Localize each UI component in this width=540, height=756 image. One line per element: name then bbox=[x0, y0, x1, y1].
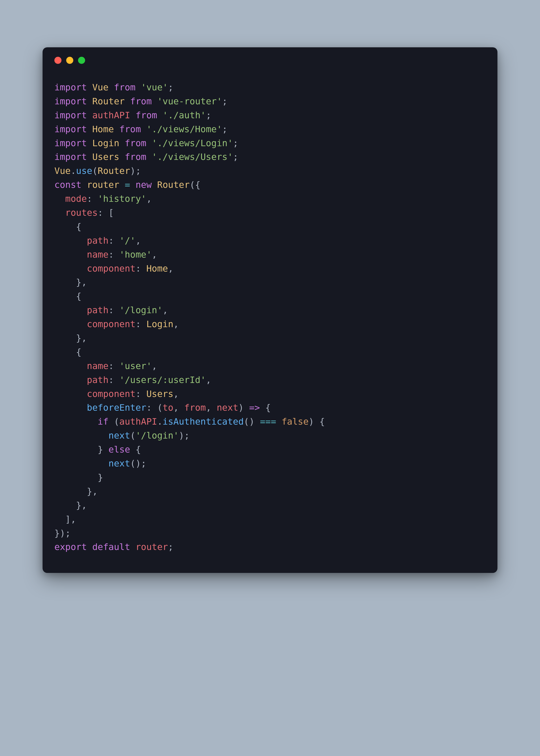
token-keyword: else bbox=[108, 444, 135, 455]
code-line: }, bbox=[55, 485, 485, 499]
code-line: { bbox=[55, 345, 485, 359]
minimize-icon[interactable] bbox=[66, 57, 73, 64]
token-property: mode bbox=[65, 194, 87, 204]
token-keyword: new bbox=[135, 180, 157, 190]
token-keyword: import bbox=[55, 138, 92, 148]
token-class: Router bbox=[98, 166, 130, 176]
maximize-icon[interactable] bbox=[78, 57, 85, 64]
token-function: next bbox=[108, 430, 130, 441]
token-bool: false bbox=[282, 416, 309, 427]
token-punct: : bbox=[108, 305, 119, 315]
token-string: 'history' bbox=[98, 194, 146, 204]
token-class: Users bbox=[92, 152, 119, 162]
token-punct: }, bbox=[55, 486, 98, 497]
token-property: name bbox=[87, 361, 108, 371]
token-punct: : bbox=[108, 361, 119, 371]
token-string: './auth' bbox=[163, 110, 206, 120]
token-keyword: from bbox=[135, 110, 157, 120]
code-line: name: 'home', bbox=[55, 248, 485, 262]
token-string: 'home' bbox=[119, 249, 152, 260]
token-punct bbox=[146, 138, 152, 148]
token-string: 'user' bbox=[119, 361, 152, 371]
token-punct: : bbox=[135, 263, 146, 274]
code-line: import Home from './views/Home'; bbox=[55, 122, 485, 136]
token-class: Home bbox=[146, 263, 168, 274]
token-punct: ( bbox=[92, 166, 98, 176]
code-content[interactable]: import Vue from 'vue';import Router from… bbox=[43, 69, 497, 573]
token-class: Users bbox=[146, 389, 173, 399]
token-punct bbox=[55, 402, 87, 413]
code-line: { bbox=[55, 289, 485, 303]
code-line: path: '/users/:userId', bbox=[55, 373, 485, 387]
token-property: path bbox=[87, 305, 108, 315]
token-keyword: import bbox=[55, 96, 92, 106]
token-punct bbox=[135, 82, 141, 92]
code-line: component: Home, bbox=[55, 262, 485, 276]
code-line: import Vue from 'vue'; bbox=[55, 80, 485, 94]
token-class: Vue bbox=[92, 82, 108, 92]
token-keyword: from bbox=[130, 96, 152, 106]
token-class: Vue bbox=[55, 166, 71, 176]
token-string: '/login' bbox=[135, 430, 179, 441]
token-punct: , bbox=[173, 402, 184, 413]
token-punct bbox=[55, 361, 87, 371]
token-function: use bbox=[76, 166, 92, 176]
token-punct bbox=[141, 124, 146, 134]
token-string: './views/Login' bbox=[152, 138, 233, 148]
token-punct: ) { bbox=[309, 416, 325, 427]
token-punct: , bbox=[152, 361, 157, 371]
token-punct: , bbox=[163, 305, 168, 315]
token-variable: router bbox=[87, 180, 119, 190]
token-punct: ( bbox=[114, 416, 119, 427]
token-punct bbox=[55, 319, 87, 329]
token-punct bbox=[119, 152, 125, 162]
token-punct bbox=[119, 138, 125, 148]
token-punct bbox=[114, 124, 119, 134]
token-punct: . bbox=[157, 416, 163, 427]
code-line: const router = new Router({ bbox=[55, 178, 485, 192]
token-property: to bbox=[163, 402, 174, 413]
token-punct bbox=[108, 82, 114, 92]
token-operator: = bbox=[125, 180, 130, 190]
token-keyword: if bbox=[98, 416, 114, 427]
token-class: Login bbox=[92, 138, 119, 148]
code-line: next(); bbox=[55, 457, 485, 471]
token-punct: ; bbox=[168, 542, 173, 552]
close-icon[interactable] bbox=[55, 57, 62, 64]
token-punct: : bbox=[108, 249, 119, 260]
code-line: routes: [ bbox=[55, 206, 485, 220]
token-string: './views/Home' bbox=[146, 124, 222, 134]
token-punct: ; bbox=[233, 138, 238, 148]
token-keyword: from bbox=[125, 152, 146, 162]
code-line: path: '/login', bbox=[55, 303, 485, 317]
code-line: if (authAPI.isAuthenticated() === false)… bbox=[55, 415, 485, 429]
token-keyword: from bbox=[114, 82, 136, 92]
token-punct bbox=[125, 96, 130, 106]
token-punct bbox=[55, 430, 108, 441]
token-punct bbox=[130, 110, 135, 120]
token-string: './views/Users' bbox=[152, 152, 233, 162]
code-line: { bbox=[55, 220, 485, 234]
token-punct: : bbox=[87, 194, 98, 204]
token-property: name bbox=[87, 249, 108, 260]
token-property: path bbox=[87, 375, 108, 385]
token-punct bbox=[55, 235, 87, 246]
code-line: } bbox=[55, 471, 485, 485]
token-property: path bbox=[87, 235, 108, 246]
token-punct: , bbox=[146, 194, 152, 204]
token-punct bbox=[55, 263, 87, 274]
token-property: component bbox=[87, 389, 135, 399]
token-property: next bbox=[216, 402, 238, 413]
titlebar bbox=[43, 47, 497, 69]
token-string: 'vue' bbox=[141, 82, 168, 92]
token-keyword: export bbox=[55, 542, 92, 552]
token-punct: }, bbox=[55, 500, 87, 511]
token-punct bbox=[146, 152, 152, 162]
token-keyword: import bbox=[55, 82, 92, 92]
token-punct bbox=[276, 416, 282, 427]
token-punct: , bbox=[152, 249, 157, 260]
code-line: component: Login, bbox=[55, 317, 485, 331]
token-keyword: => bbox=[249, 402, 260, 413]
token-punct bbox=[55, 194, 65, 204]
code-line: }); bbox=[55, 526, 485, 540]
